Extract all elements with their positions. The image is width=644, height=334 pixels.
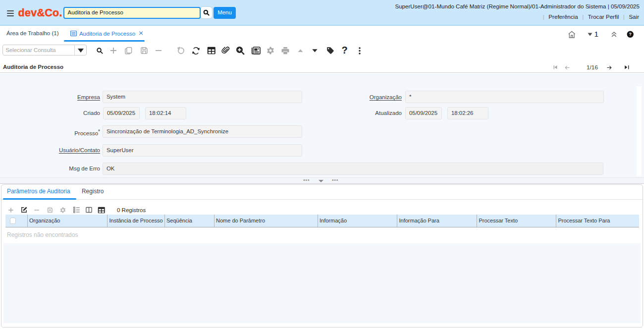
svg-text:?: ?	[629, 32, 632, 37]
